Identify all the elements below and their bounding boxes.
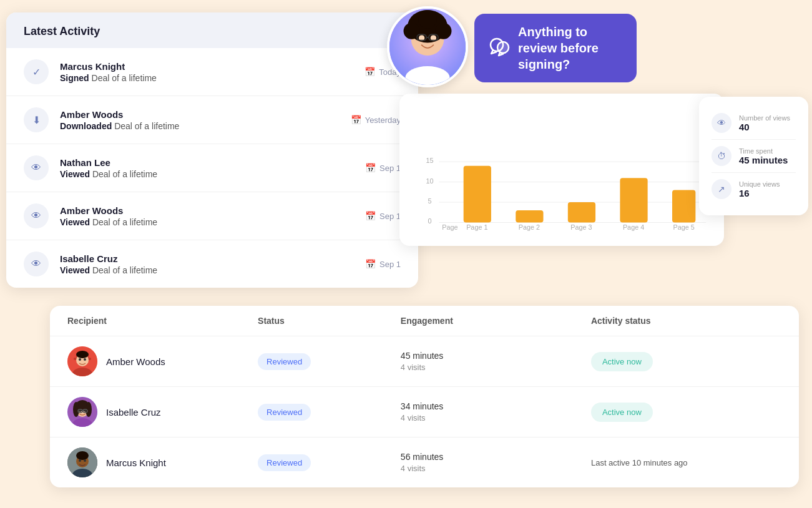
- engagement-visits: 4 visits: [401, 363, 591, 372]
- activity-action: Downloaded: [60, 121, 112, 131]
- activity-person-name: Nathan Lee: [60, 157, 354, 168]
- activity-action: Viewed: [60, 169, 90, 179]
- table-panel: Recipient Status Engagement Activity sta…: [50, 306, 799, 487]
- activity-content: Isabelle Cruz Viewed Deal of a lifetime: [60, 253, 354, 275]
- stat-value: 40: [739, 122, 790, 132]
- activity-person-name: Isabelle Cruz: [60, 253, 354, 264]
- svg-text:10: 10: [426, 177, 434, 185]
- stat-label: Number of views: [739, 114, 790, 122]
- svg-text:Page 3: Page 3: [570, 223, 592, 231]
- activity-status-cell: Active now: [591, 403, 781, 422]
- engagement-time: 34 minutes: [401, 401, 591, 411]
- activity-date: 📅 Sep 1: [365, 163, 401, 173]
- svg-rect-30: [620, 178, 647, 222]
- svg-text:Page 4: Page 4: [623, 223, 644, 231]
- recipient-cell: Isabelle Cruz: [67, 397, 258, 427]
- eye-stat-icon: 👁: [712, 113, 731, 133]
- svg-point-14: [497, 42, 509, 53]
- activity-panel: Latest Activity ✓ Marcus Knight Signed D…: [6, 12, 418, 288]
- svg-text:Page 2: Page 2: [519, 223, 540, 231]
- activity-description: Downloaded Deal of a lifetime: [60, 121, 340, 131]
- svg-point-55: [76, 451, 89, 460]
- avatar: [67, 447, 97, 477]
- activity-description: Viewed Deal of a lifetime: [60, 169, 354, 179]
- calendar-icon: 📅: [364, 67, 375, 77]
- svg-text:5: 5: [428, 197, 432, 205]
- date-text: Yesterday: [365, 115, 401, 125]
- calendar-icon: 📅: [351, 115, 361, 125]
- check-icon: ✓: [24, 59, 49, 84]
- activity-document: Deal of a lifetime: [92, 217, 157, 227]
- status-cell: Reviewed: [258, 404, 401, 421]
- header-engagement: Engagement: [401, 316, 591, 326]
- activity-item: 👁 Amber Woods Viewed Deal of a lifetime …: [6, 192, 418, 240]
- activity-person-name: Amber Woods: [60, 109, 340, 120]
- bar-chart: 0 5 10 15 Page Page 1 Page 2 Page 3 Page…: [414, 106, 709, 231]
- header-activity-status: Activity status: [591, 316, 781, 326]
- calendar-icon: 📅: [365, 163, 376, 173]
- stat-info: Unique views 16: [739, 180, 780, 198]
- svg-text:0: 0: [428, 218, 432, 225]
- activity-content: Amber Woods Viewed Deal of a lifetime: [60, 205, 354, 227]
- svg-text:Page: Page: [442, 223, 457, 231]
- download-icon: ⬇: [24, 107, 49, 132]
- review-bubble: Anything to review before signing?: [474, 14, 637, 82]
- table-header: Recipient Status Engagement Activity sta…: [50, 306, 799, 336]
- activity-content: Nathan Lee Viewed Deal of a lifetime: [60, 157, 354, 179]
- status-badge: Reviewed: [258, 454, 311, 471]
- activity-document: Deal of a lifetime: [92, 265, 157, 275]
- table-row: Isabelle Cruz Reviewed 34 minutes 4 visi…: [50, 387, 799, 437]
- table-row: Marcus Knight Reviewed 56 minutes 4 visi…: [50, 437, 799, 487]
- recipient-name: Isabelle Cruz: [106, 407, 161, 418]
- activity-action: Signed: [60, 73, 89, 83]
- svg-point-51: [84, 410, 86, 412]
- last-active-text: Last active 10 minutes ago: [591, 458, 688, 467]
- engagement-cell: 34 minutes 4 visits: [401, 401, 591, 423]
- activity-description: Viewed Deal of a lifetime: [60, 265, 354, 275]
- recipient-cell: Amber Woods: [67, 346, 258, 376]
- calendar-icon: 📅: [365, 211, 376, 221]
- svg-rect-28: [568, 202, 595, 222]
- eye-icon: 👁: [24, 252, 49, 276]
- status-badge: Reviewed: [258, 404, 311, 421]
- svg-rect-24: [464, 166, 491, 223]
- activity-date: 📅 Yesterday: [351, 115, 401, 125]
- activity-person-name: Amber Woods: [60, 205, 354, 216]
- activity-document: Deal of a lifetime: [114, 121, 179, 131]
- engagement-time: 56 minutes: [401, 452, 591, 462]
- recipient-name: Marcus Knight: [106, 457, 166, 468]
- svg-text:15: 15: [426, 157, 434, 164]
- calendar-icon: 📅: [365, 259, 376, 269]
- stat-info: Time spent 45 minutes: [739, 147, 788, 165]
- engagement-cell: 45 minutes 4 visits: [401, 351, 591, 372]
- chat-icon: [488, 35, 511, 62]
- engagement-cell: 56 minutes 4 visits: [401, 452, 591, 473]
- activity-status-badge: Active now: [591, 352, 653, 371]
- stat-item-time: ⏱ Time spent 45 minutes: [712, 140, 796, 173]
- status-badge: Reviewed: [258, 353, 311, 370]
- svg-rect-26: [516, 210, 543, 222]
- svg-point-39: [79, 358, 81, 361]
- svg-point-40: [84, 358, 86, 361]
- profile-avatar: [387, 6, 468, 87]
- review-bubble-text: Anything to review before signing?: [518, 24, 623, 72]
- status-cell: Reviewed: [258, 353, 401, 370]
- engagement-visits: 4 visits: [401, 413, 591, 423]
- stat-value: 16: [739, 188, 780, 198]
- date-text: Sep 1: [379, 164, 401, 173]
- activity-person-name: Marcus Knight: [60, 61, 353, 72]
- activity-action: Viewed: [60, 217, 90, 227]
- status-cell: Reviewed: [258, 454, 401, 471]
- activity-item: ✓ Marcus Knight Signed Deal of a lifetim…: [6, 48, 418, 96]
- activity-description: Signed Deal of a lifetime: [60, 73, 353, 83]
- svg-point-57: [84, 459, 86, 462]
- eye-icon: 👁: [24, 203, 49, 228]
- activity-status-cell: Last active 10 minutes ago: [591, 457, 781, 468]
- stat-label: Unique views: [739, 180, 780, 188]
- header-status: Status: [258, 316, 401, 326]
- activity-date: 📅 Sep 1: [365, 211, 401, 221]
- activity-status-cell: Active now: [591, 352, 781, 371]
- stat-label: Time spent: [739, 147, 788, 155]
- activity-title: Latest Activity: [24, 25, 100, 37]
- eye-icon: 👁: [24, 155, 49, 180]
